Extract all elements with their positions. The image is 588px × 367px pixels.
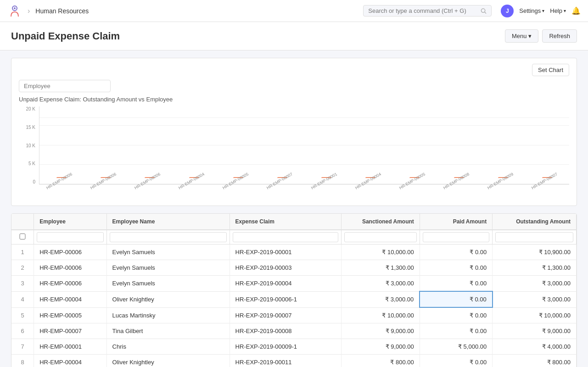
svg-point-1 [14,7,16,9]
chart-actions: Set Chart [19,64,569,76]
bar-group: HR-EMP-00006 [84,177,127,184]
cell-expense-claim: HR-EXP-2019-00007 [230,307,342,323]
bar-label: HR-EMP-00004 [354,172,381,190]
bar-group: HR-EMP-00008 [438,177,480,184]
app-logo [7,4,22,18]
cell-paid-amount[interactable]: ₹ 0.00 [420,291,492,307]
refresh-button[interactable]: Refresh [542,29,577,43]
filter-employee-col[interactable] [37,232,103,242]
data-table: Employee Employee Name Expense Claim San… [11,214,577,367]
cell-employee-name: Oliver Knightley [106,355,230,367]
bar-group: HR-EMP-00009 [482,177,524,184]
bar-group: HR-EMP-00004 [349,177,392,184]
cell-employee: HR-EMP-00007 [34,323,106,339]
cell-employee-name: Lucas Martinsky [106,307,230,323]
bar-label: HR-EMP-00007 [531,172,557,190]
table-header-row: Employee Employee Name Expense Claim San… [11,214,577,230]
cell-paid-amount: ₹ 0.00 [420,260,492,276]
help-caret: ▾ [564,8,566,13]
cell-sanctioned-amount: ₹ 10,000.00 [342,245,420,260]
bar-group: HR-EMP-00007 [526,177,568,184]
breadcrumb-sep: › [28,7,30,15]
th-expense-claim: Expense Claim [230,214,342,230]
row-number: 5 [11,307,34,323]
chart-title: Unpaid Expense Claim: Outstanding Amount… [19,96,569,103]
search-input[interactable] [368,7,478,14]
svg-point-2 [482,8,485,12]
bar-label: HR-EMP-00006 [134,172,160,190]
table-row[interactable]: 8 HR-EMP-00004 Oliver Knightley HR-EXP-2… [11,355,577,367]
cell-paid-amount: ₹ 5,000.00 [420,339,492,355]
bar-label: HR-EMP-00001 [310,172,336,190]
cell-employee: HR-EMP-00006 [34,276,106,292]
avatar[interactable]: J [501,5,514,17]
cell-sanctioned-amount: ₹ 9,000.00 [342,323,420,339]
cell-employee-name: Tina Gilbert [106,323,230,339]
cell-employee-name: Evelyn Samuels [106,260,230,276]
main-content: Set Chart Unpaid Expense Claim: Outstand… [0,50,588,367]
cell-employee: HR-EMP-00001 [34,339,106,355]
svg-line-3 [485,12,486,13]
table-row[interactable]: 1 HR-EMP-00006 Evelyn Samuels HR-EXP-201… [11,245,577,260]
search-bar[interactable] [363,5,492,17]
cell-paid-amount: ₹ 0.00 [420,307,492,323]
bar-label: HR-EMP-00007 [266,172,292,190]
y-axis: 20 K 15 K 10 K 5 K 0 [19,106,37,184]
table-row[interactable]: 2 HR-EMP-00006 Evelyn Samuels HR-EXP-201… [11,260,577,276]
bar-label: HR-EMP-00004 [178,172,204,190]
cell-expense-claim: HR-EXP-2019-00009-1 [230,339,342,355]
filter-sanctioned-col[interactable] [344,232,417,242]
bar-label: HR-EMP-00006 [90,172,116,190]
filter-name-col[interactable] [110,232,227,242]
set-chart-button[interactable]: Set Chart [532,64,569,76]
table-row[interactable]: 4 HR-EMP-00004 Oliver Knightley HR-EXP-2… [11,291,577,307]
bar-group: HR-EMP-00004 [173,177,215,184]
cell-expense-claim: HR-EXP-2019-00004 [230,276,342,292]
bar-label: HR-EMP-00009 [487,172,513,190]
th-sanctioned-amount: Sanctioned Amount [342,214,420,230]
help-button[interactable]: Help ▾ [550,7,566,14]
table-row[interactable]: 7 HR-EMP-00001 Chris HR-EXP-2019-00009-1… [11,339,577,355]
table-section: Employee Employee Name Expense Claim San… [11,213,577,367]
table-row[interactable]: 6 HR-EMP-00007 Tina Gilbert HR-EXP-2019-… [11,323,577,339]
bar-group: HR-EMP-00005 [393,177,436,184]
cell-expense-claim: HR-EXP-2019-00008 [230,323,342,339]
row-number: 2 [11,260,34,276]
th-checkbox [11,214,34,230]
bar-label: HR-EMP-00005 [222,172,248,190]
notifications-bell[interactable]: 🔔 [571,6,581,15]
employee-filter-input[interactable] [19,80,111,92]
cell-paid-amount: ₹ 0.00 [420,323,492,339]
search-icon [481,8,487,14]
bar-group: HR-EMP-00005 [217,177,259,184]
cell-expense-claim: HR-EXP-2019-00011 [230,355,342,367]
cell-outstanding-amount: ₹ 9,000.00 [493,323,577,339]
cell-paid-amount: ₹ 0.00 [420,276,492,292]
cell-sanctioned-amount: ₹ 3,000.00 [342,291,420,307]
cell-employee: HR-EMP-00006 [34,245,106,260]
cell-employee-name: Chris [106,339,230,355]
cell-sanctioned-amount: ₹ 1,300.00 [342,260,420,276]
cell-sanctioned-amount: ₹ 800.00 [342,355,420,367]
settings-button[interactable]: Settings ▾ [519,7,544,14]
filter-paid-col[interactable] [423,232,489,242]
cell-employee: HR-EMP-00004 [34,355,106,367]
table-row[interactable]: 5 HR-EMP-00005 Lucas Martinsky HR-EXP-20… [11,307,577,323]
table-row[interactable]: 3 HR-EMP-00006 Evelyn Samuels HR-EXP-201… [11,276,577,292]
cell-expense-claim: HR-EXP-2019-00003 [230,260,342,276]
cell-employee: HR-EMP-00004 [34,291,106,307]
page-title: Unpaid Expense Claim [11,30,120,42]
th-employee: Employee [34,214,106,230]
row-number: 6 [11,323,34,339]
top-navigation: › Human Resources J Settings ▾ Help ▾ 🔔 [0,0,588,22]
bar-group: HR-EMP-00006 [129,177,171,184]
cell-sanctioned-amount: ₹ 9,000.00 [342,339,420,355]
table-filter-row [11,230,577,245]
th-employee-name: Employee Name [106,214,230,230]
filter-claim-col[interactable] [233,232,339,242]
select-all-checkbox[interactable] [14,234,31,239]
nav-right: J Settings ▾ Help ▾ 🔔 [501,5,581,17]
menu-button[interactable]: Menu ▾ [505,29,539,43]
cell-outstanding-amount: ₹ 4,000.00 [493,339,577,355]
filter-outstanding-col[interactable] [495,232,573,242]
